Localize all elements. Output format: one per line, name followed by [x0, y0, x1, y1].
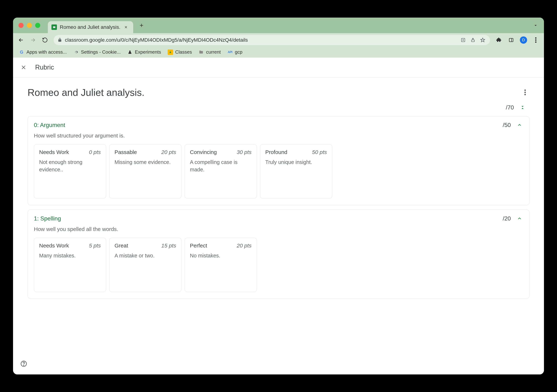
window-close-button[interactable] — [18, 23, 24, 28]
bookmark-settings-cookie[interactable]: Settings - Cookie... — [71, 48, 123, 56]
browser-tab[interactable]: Romeo and Juliet analysis. — [48, 21, 133, 33]
google-g-icon: G — [19, 49, 24, 55]
level-card[interactable]: Great15 ptsA mistake or two. — [109, 238, 181, 292]
svg-point-5 — [535, 37, 537, 39]
criterion-title: 1: Spelling — [34, 215, 61, 222]
install-icon[interactable] — [459, 36, 467, 44]
close-rubric-button[interactable] — [19, 63, 28, 72]
criterion-actions: /20 — [503, 215, 523, 222]
help-button[interactable] — [20, 359, 28, 368]
level-card[interactable]: Needs Work5 ptsMany mistakes. — [34, 238, 106, 292]
tab-title: Romeo and Juliet analysis. — [60, 24, 121, 30]
lock-icon — [57, 38, 62, 42]
collapse-criterion-button[interactable] — [516, 215, 523, 222]
gear-icon — [73, 49, 79, 55]
level-title: Needs Work — [39, 149, 69, 155]
tabs-dropdown-button[interactable] — [532, 21, 540, 29]
tab-close-button[interactable] — [123, 25, 129, 30]
svg-point-11 — [524, 94, 526, 95]
rubric-more-menu[interactable] — [521, 88, 529, 97]
window-minimize-button[interactable] — [27, 23, 32, 28]
side-panel-button[interactable] — [507, 35, 516, 45]
level-header: Perfect20 pts — [190, 243, 252, 249]
new-tab-button[interactable] — [137, 21, 146, 30]
level-description: No mistakes. — [190, 252, 252, 259]
reload-button[interactable] — [40, 35, 50, 45]
level-card[interactable]: Perfect20 ptsNo mistakes. — [185, 238, 257, 292]
level-header: Great15 pts — [115, 243, 176, 249]
app-content: Rubric Romeo and Juliet analysis. /70 0:… — [13, 57, 544, 375]
level-description: Not enough strong evidence.. — [39, 158, 101, 173]
bookmark-label: Apps with access... — [26, 49, 67, 55]
share-icon[interactable] — [469, 36, 476, 44]
address-bar[interactable]: classroom.google.com/u/0/c/NjEyMDI4ODIxM… — [54, 35, 490, 45]
bookmark-label: Settings - Cookie... — [81, 49, 121, 55]
profile-button[interactable]: D — [519, 35, 528, 45]
level-header: Passable20 pts — [115, 149, 176, 155]
bookmark-apps-access[interactable]: G Apps with access... — [16, 48, 69, 56]
forward-button[interactable] — [28, 35, 38, 45]
criterion-description: How well structured your argument is. — [34, 133, 523, 139]
classroom-favicon — [51, 24, 57, 30]
api-icon: API — [227, 49, 233, 55]
level-description: A mistake or two. — [115, 252, 176, 259]
bookmark-label: gcp — [235, 49, 242, 55]
level-description: A compelling case is made. — [190, 158, 252, 173]
level-points: 0 pts — [89, 149, 101, 155]
extensions-button[interactable] — [494, 35, 503, 45]
bookmark-label: Experiments — [135, 49, 161, 55]
flask-icon — [127, 49, 133, 55]
bookmark-current[interactable]: current — [196, 48, 223, 56]
level-title: Passable — [115, 149, 137, 155]
window-maximize-button[interactable] — [35, 23, 40, 28]
level-points: 30 pts — [237, 149, 252, 155]
level-title: Great — [115, 243, 128, 249]
bookmark-label: current — [206, 49, 221, 55]
criterion-points: /50 — [503, 122, 511, 128]
total-points-row: /70 — [28, 104, 529, 111]
bookmark-label: Classes — [175, 49, 192, 55]
app-bar-title: Rubric — [35, 64, 54, 71]
bookmark-star-icon[interactable] — [479, 36, 486, 44]
bookmark-classes[interactable]: Classes — [165, 48, 194, 56]
criterion-card: 0: Argument/50How well structured your a… — [28, 116, 529, 205]
criterion-description: How well you spelled all the words. — [34, 226, 523, 232]
app-bar: Rubric — [13, 57, 544, 77]
bookmark-experiments[interactable]: Experiments — [125, 48, 164, 56]
page-title: Romeo and Juliet analysis. — [28, 87, 144, 98]
level-card[interactable]: Passable20 ptsMissing some evidence. — [109, 144, 181, 198]
svg-point-13 — [24, 365, 24, 366]
back-button[interactable] — [16, 35, 26, 45]
level-card[interactable]: Needs Work0 ptsNot enough strong evidenc… — [34, 144, 106, 198]
level-card[interactable]: Profound50 ptsTruly unique insight. — [260, 144, 332, 198]
level-header: Needs Work0 pts — [39, 149, 101, 155]
url-text: classroom.google.com/u/0/c/NjEyMDI4ODIxM… — [65, 37, 457, 43]
level-header: Convincing30 pts — [190, 149, 252, 155]
level-points: 50 pts — [312, 149, 327, 155]
chrome-menu-button[interactable] — [531, 35, 540, 45]
svg-point-9 — [524, 90, 526, 91]
criterion-points: /20 — [503, 215, 511, 222]
level-title: Needs Work — [39, 243, 69, 249]
level-points: 20 pts — [237, 243, 252, 249]
svg-point-10 — [524, 92, 526, 93]
criterion-card: 1: Spelling/20How well you spelled all t… — [28, 210, 529, 299]
level-points: 20 pts — [161, 149, 176, 155]
levels-row: Needs Work0 ptsNot enough strong evidenc… — [34, 144, 523, 198]
rubric-content: Romeo and Juliet analysis. /70 0: Argume… — [13, 77, 544, 375]
level-points: 5 pts — [89, 243, 101, 249]
svg-rect-4 — [509, 38, 513, 42]
criterion-title: 0: Argument — [34, 122, 65, 128]
level-title: Convincing — [190, 149, 217, 155]
folder-icon — [198, 49, 204, 55]
collapse-all-button[interactable] — [519, 104, 526, 111]
level-title: Perfect — [190, 243, 207, 249]
svg-point-8 — [170, 51, 171, 52]
bookmark-gcp[interactable]: API gcp — [225, 48, 245, 56]
page-header: Romeo and Juliet analysis. — [28, 87, 529, 98]
level-title: Profound — [265, 149, 287, 155]
classroom-icon — [168, 49, 173, 55]
level-card[interactable]: Convincing30 ptsA compelling case is mad… — [185, 144, 257, 198]
collapse-criterion-button[interactable] — [516, 121, 523, 129]
level-points: 15 pts — [161, 243, 176, 249]
